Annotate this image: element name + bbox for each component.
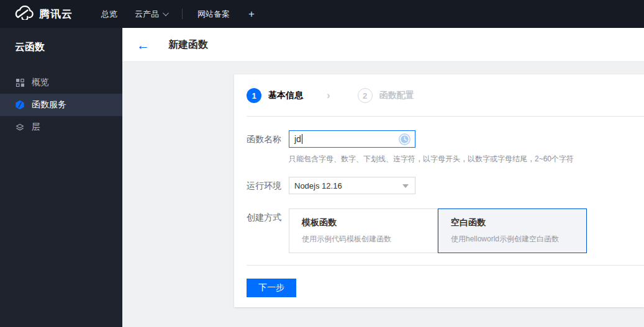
create-function-card: 1 基本信息 › 2 函数配置 函数名称 — [234, 74, 644, 307]
option-desc: 使用示例代码模板创建函数 — [302, 234, 425, 244]
runtime-row: 运行环境 Nodejs 12.16 — [247, 177, 644, 194]
brand-logo[interactable]: 腾讯云 — [0, 6, 73, 22]
nav-item-cloud-products[interactable]: 云产品 — [126, 0, 176, 28]
text-cursor — [302, 134, 302, 144]
back-button[interactable]: ← — [137, 38, 150, 52]
sidebar-item-label: 函数服务 — [32, 99, 66, 110]
step-label: 基本信息 — [268, 90, 303, 101]
sidebar-item-label: 层 — [32, 122, 40, 133]
option-title: 模板函数 — [302, 217, 425, 228]
runtime-selected-value: Nodejs 12.16 — [294, 181, 342, 190]
option-title: 空白函数 — [451, 217, 574, 228]
creation-method-control: 模板函数 使用示例代码模板创建函数 空白函数 使用helloworld示例创建空… — [289, 208, 644, 253]
function-name-row: 函数名称 jd — [247, 130, 644, 164]
creation-method-row: 创建方式 模板函数 使用示例代码模板创建函数 空白函数 使用helloworld… — [247, 208, 644, 253]
step-function-config: 2 函数配置 — [358, 88, 414, 103]
sidebar-item-overview[interactable]: 概览 — [0, 71, 122, 94]
tencent-cloud-logo-icon — [14, 6, 34, 22]
option-card-template-function[interactable]: 模板函数 使用示例代码模板创建函数 — [289, 208, 438, 253]
step-chevron-icon: › — [327, 89, 330, 102]
top-navbar: 腾讯云 总览 云产品 网站备案 + — [0, 0, 644, 28]
runtime-select[interactable]: Nodejs 12.16 — [289, 177, 415, 194]
nav-item-overview[interactable]: 总览 — [93, 0, 126, 28]
runtime-label: 运行环境 — [247, 177, 289, 194]
chevron-down-icon — [163, 10, 169, 16]
function-name-control: jd 只能包含字母、数字、下划线、连字 — [289, 130, 644, 164]
sidebar-title: 云函数 — [0, 28, 122, 66]
creation-method-options: 模板函数 使用示例代码模板创建函数 空白函数 使用helloworld示例创建空… — [289, 208, 644, 253]
divider — [247, 116, 644, 117]
step-basic-info: 1 基本信息 — [247, 88, 303, 103]
navbar-menu: 总览 云产品 网站备案 + — [93, 0, 265, 28]
creation-method-label: 创建方式 — [247, 208, 289, 253]
sidebar: 云函数 概览 — [0, 28, 122, 327]
content-area: 1 基本信息 › 2 函数配置 函数名称 — [122, 62, 644, 327]
sidebar-item-label: 概览 — [32, 77, 49, 88]
step-number-badge: 2 — [358, 88, 373, 103]
sidebar-item-layers[interactable]: 层 — [0, 116, 122, 138]
plus-icon: + — [248, 8, 255, 20]
navbar-divider — [182, 9, 183, 19]
create-function-form: 函数名称 jd — [234, 130, 644, 253]
option-card-blank-function[interactable]: 空白函数 使用helloworld示例创建空白函数 — [438, 208, 587, 253]
function-service-icon — [15, 100, 25, 110]
chevron-down-icon — [402, 184, 409, 188]
sidebar-menu: 概览 函数服务 层 — [0, 71, 122, 138]
step-number-badge: 1 — [247, 88, 261, 103]
main-area: ← 新建函数 1 基本信息 › 2 函数配置 — [122, 28, 644, 327]
step-indicator: 1 基本信息 › 2 函数配置 — [234, 74, 644, 103]
option-desc: 使用helloworld示例创建空白函数 — [451, 234, 574, 244]
next-step-button[interactable]: 下一步 — [247, 279, 296, 297]
step-label: 函数配置 — [379, 90, 414, 101]
page-header: ← 新建函数 — [122, 28, 644, 62]
layers-icon — [15, 122, 25, 132]
brand-name: 腾讯云 — [39, 7, 73, 21]
pending-clock-icon — [399, 133, 410, 147]
nav-item-icp-filing[interactable]: 网站备案 — [189, 0, 238, 28]
nav-item-label: 网站备案 — [197, 9, 230, 20]
card-footer: 下一步 — [234, 266, 644, 297]
sidebar-item-function-service[interactable]: 函数服务 — [0, 94, 122, 116]
function-name-value: jd — [294, 134, 301, 144]
function-name-input[interactable]: jd — [289, 130, 415, 148]
function-name-label: 函数名称 — [247, 130, 289, 164]
grid-icon — [15, 78, 25, 87]
page-title: 新建函数 — [168, 38, 208, 52]
nav-item-label: 云产品 — [135, 9, 159, 20]
nav-item-label: 总览 — [101, 9, 117, 20]
add-tab-button[interactable]: + — [238, 0, 265, 28]
runtime-control: Nodejs 12.16 — [289, 177, 644, 194]
function-name-help: 只能包含字母、数字、下划线、连字符，以字母开头，以数字或字母结尾，2~60个字符 — [289, 154, 644, 164]
